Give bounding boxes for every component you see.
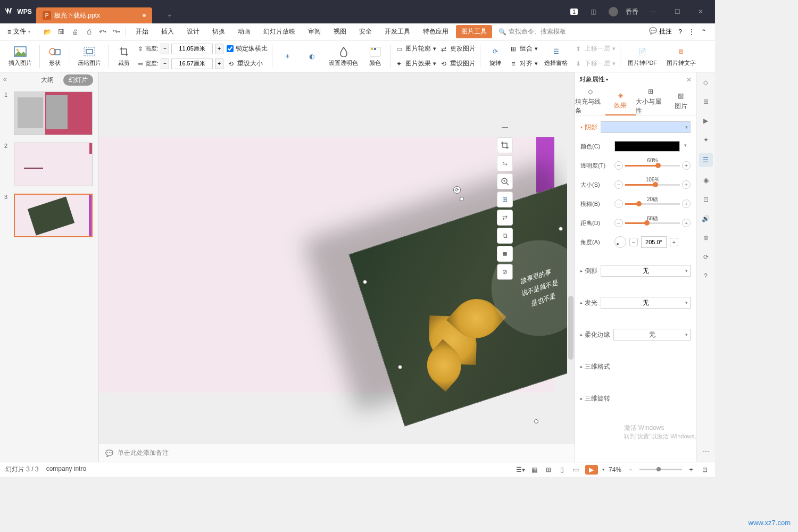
brightness-button[interactable]: ☀ bbox=[277, 40, 298, 72]
rotate-button[interactable]: ⟳ 旋转 bbox=[485, 40, 506, 72]
app-logo[interactable]: WPS bbox=[0, 0, 36, 23]
outline-tab[interactable]: 大纲 bbox=[36, 74, 59, 86]
group-button[interactable]: ⊞组合 ▾ bbox=[509, 43, 538, 55]
effect-button[interactable]: ✦图片效果 ▾ bbox=[395, 57, 436, 70]
crop-button[interactable]: 裁剪 bbox=[113, 40, 135, 72]
menu-start[interactable]: 开始 bbox=[130, 25, 154, 38]
notification-badge[interactable]: 1 bbox=[570, 9, 578, 15]
width-input[interactable] bbox=[171, 59, 213, 69]
scroll-thumb[interactable] bbox=[568, 296, 573, 360]
glow-dropdown[interactable]: 无 bbox=[601, 297, 691, 309]
open-icon[interactable]: 📂 bbox=[43, 27, 52, 37]
decr-button[interactable]: − bbox=[614, 161, 623, 170]
replace-tool-icon[interactable]: ⇄ bbox=[497, 210, 513, 226]
menu-design[interactable]: 设计 bbox=[181, 25, 205, 38]
tab-effect[interactable]: ◈效果 bbox=[605, 87, 636, 115]
collapse-tools-icon[interactable]: — bbox=[497, 119, 513, 135]
slide-thumb-2[interactable]: 2 bbox=[4, 143, 94, 186]
template-icon[interactable]: ⊡ bbox=[700, 194, 712, 205]
menu-devtools[interactable]: 开发工具 bbox=[379, 25, 415, 38]
save-icon[interactable]: 🖫 bbox=[56, 27, 66, 37]
width-decr[interactable]: − bbox=[161, 59, 169, 69]
shape-button[interactable]: 形状 bbox=[44, 40, 65, 72]
size-slider[interactable]: 106% bbox=[625, 184, 680, 186]
secure-icon[interactable]: ⊕ bbox=[700, 232, 712, 244]
canvas-area[interactable]: 故事里的事 说不是就不是 是也不是 ⟳ — ⇋ ⊞ bbox=[99, 72, 575, 462]
zoom-tool-icon[interactable] bbox=[497, 173, 513, 189]
slide-thumb-1[interactable]: 1 bbox=[4, 92, 94, 135]
shadow-section[interactable]: ▾阴影 bbox=[580, 120, 691, 134]
file-menu[interactable]: ≡ 文件 ▾ bbox=[4, 26, 34, 37]
transition-icon[interactable]: ▶ bbox=[700, 115, 712, 127]
compress-button[interactable]: 压缩图片 bbox=[74, 40, 104, 72]
resize-handle[interactable] bbox=[398, 365, 402, 369]
resize-handle[interactable] bbox=[460, 197, 464, 201]
slides-tab[interactable]: 幻灯片 bbox=[63, 74, 93, 86]
print-icon[interactable]: 🖨 bbox=[70, 27, 80, 37]
decr-button[interactable]: − bbox=[629, 238, 638, 246]
blur-slider[interactable]: 20磅 bbox=[625, 203, 680, 205]
angle-input[interactable] bbox=[641, 236, 667, 248]
color-button[interactable]: 颜色 bbox=[364, 40, 386, 72]
incr-button[interactable]: + bbox=[682, 200, 691, 208]
analytics-icon[interactable]: ◉ bbox=[700, 174, 712, 186]
incr-button[interactable]: + bbox=[682, 219, 691, 227]
theme-icon[interactable]: ◫ bbox=[585, 4, 601, 20]
soft-edge-dropdown[interactable]: 无 bbox=[613, 329, 691, 340]
change-pic-button[interactable]: ⇄更改图片 bbox=[439, 43, 476, 55]
fit-icon[interactable]: ⊡ bbox=[700, 465, 710, 475]
qr-tool-icon[interactable]: ⊞ bbox=[497, 192, 513, 207]
annotate-button[interactable]: 💬批注 bbox=[649, 27, 672, 36]
glow-row[interactable]: ▸发光 无 bbox=[580, 296, 691, 310]
menu-security[interactable]: 安全 bbox=[354, 25, 377, 38]
menu-picture-tools[interactable]: 图片工具 bbox=[456, 25, 492, 38]
slide-thumb-3[interactable]: 3 bbox=[4, 194, 94, 237]
threed-format-row[interactable]: ▸三维格式 bbox=[580, 360, 691, 373]
zoom-in-icon[interactable]: + bbox=[686, 465, 696, 475]
format-icon[interactable]: ⊞ bbox=[700, 96, 712, 107]
print-preview-icon[interactable]: ⎙ bbox=[84, 27, 94, 37]
angle-dial[interactable] bbox=[614, 236, 626, 248]
tab-picture[interactable]: ▧图片 bbox=[666, 87, 696, 115]
close-props-icon[interactable]: ✕ bbox=[686, 76, 692, 84]
contrast-button[interactable]: ◐ bbox=[301, 40, 322, 72]
distance-slider[interactable]: 68磅 bbox=[625, 222, 680, 224]
vertical-scrollbar[interactable] bbox=[567, 72, 575, 444]
soft-edge-row[interactable]: ▸柔化边缘 无 bbox=[580, 328, 691, 342]
selection-pane-button[interactable]: ☰ 选择窗格 bbox=[541, 40, 571, 72]
align-button[interactable]: ≡对齐 ▾ bbox=[509, 57, 538, 70]
properties-icon[interactable]: ☰ bbox=[699, 153, 713, 167]
outline-button[interactable]: ▭图片轮廓 ▾ bbox=[395, 43, 436, 55]
transparency-slider[interactable]: 60% bbox=[625, 165, 680, 167]
user-avatar[interactable] bbox=[609, 7, 618, 16]
zoom-slider[interactable] bbox=[639, 469, 682, 470]
reset-size-button[interactable]: ⟲重设大小 bbox=[227, 57, 268, 70]
style-icon[interactable]: ◇ bbox=[700, 77, 712, 88]
menu-review[interactable]: 审阅 bbox=[303, 25, 326, 38]
decr-button[interactable]: − bbox=[614, 200, 623, 208]
new-tab-button[interactable]: ＋ bbox=[162, 7, 178, 23]
notes-toggle-icon[interactable]: ☰▾ bbox=[516, 465, 526, 475]
tab-size[interactable]: ⊞大小与属性 bbox=[636, 87, 666, 115]
menu-transition[interactable]: 切换 bbox=[207, 25, 230, 38]
document-tab[interactable]: P 极光下载站.pptx bbox=[36, 7, 152, 23]
normal-view-icon[interactable]: ▦ bbox=[530, 465, 539, 475]
tab-fill[interactable]: ◇填充与线条 bbox=[575, 87, 605, 115]
chevron-down-icon[interactable]: ▾ bbox=[602, 467, 604, 472]
collapse-ribbon-icon[interactable]: ⌃ bbox=[701, 28, 706, 36]
command-search[interactable]: 🔍 查找命令、搜索模板 bbox=[498, 27, 566, 36]
reflection-dropdown[interactable]: 无 bbox=[601, 265, 691, 277]
menu-special[interactable]: 特色应用 bbox=[418, 25, 454, 38]
width-incr[interactable]: + bbox=[215, 59, 223, 69]
pic-to-text-button[interactable]: 🗎 图片转文字 bbox=[663, 40, 699, 72]
layers-tool-icon[interactable]: ≣ bbox=[497, 246, 513, 262]
menu-slideshow[interactable]: 幻灯片放映 bbox=[258, 25, 301, 38]
resize-handle[interactable] bbox=[534, 419, 538, 423]
decr-button[interactable]: − bbox=[614, 180, 623, 189]
lock-ratio-checkbox[interactable]: 锁定纵横比 bbox=[227, 43, 268, 55]
help-icon[interactable]: ? bbox=[678, 28, 682, 36]
menu-view[interactable]: 视图 bbox=[328, 25, 352, 38]
decr-button[interactable]: − bbox=[614, 219, 623, 227]
incr-button[interactable]: + bbox=[670, 238, 678, 246]
play-button[interactable]: ▶ bbox=[585, 465, 598, 475]
